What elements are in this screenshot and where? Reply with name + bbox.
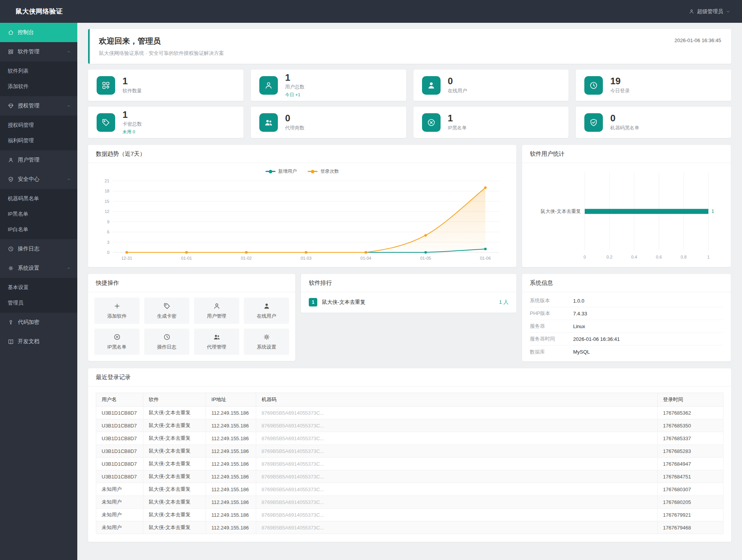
svg-text:3: 3 bbox=[107, 240, 109, 245]
table-cell: 8769B5B5A6914055373C... bbox=[256, 496, 657, 509]
svg-text:0.2: 0.2 bbox=[606, 255, 612, 259]
table-cell: 未知用户 bbox=[96, 521, 143, 534]
tag-icon bbox=[101, 118, 111, 127]
sidebar-item[interactable]: 用户管理 bbox=[0, 150, 77, 170]
system-info-label: 数据库 bbox=[530, 349, 573, 356]
sidebar-item-label: 授权管理 bbox=[18, 102, 39, 109]
sidebar-item-label: 控制台 bbox=[18, 29, 34, 36]
svg-text:1: 1 bbox=[711, 209, 714, 214]
table-cell: 112.249.155.186 bbox=[206, 521, 256, 534]
gear-icon bbox=[8, 265, 14, 271]
table-cell: 8769B5B5A6914055373C... bbox=[256, 470, 657, 483]
sidebar-subitem[interactable]: IP黑名单 bbox=[0, 206, 77, 222]
legend-item[interactable]: 登录次数 bbox=[308, 168, 339, 175]
system-info-row: 数据库MySQL bbox=[530, 346, 723, 358]
stat-value: 0 bbox=[610, 113, 639, 123]
sidebar-subitem[interactable]: 软件列表 bbox=[0, 63, 77, 79]
table-cell: 8769B5B5A6914055373C... bbox=[256, 521, 657, 534]
stat-value: 1 bbox=[123, 76, 142, 86]
welcome-title: 欢迎回来，管理员 bbox=[99, 36, 224, 46]
ranking-item: 1鼠大侠-文本去重复1 人 bbox=[301, 292, 516, 313]
sidebar-subitem[interactable]: IP白名单 bbox=[0, 222, 77, 237]
system-info-row: 系统版本1.0.0 bbox=[530, 294, 723, 307]
quick-action-tile[interactable]: 在线用户 bbox=[244, 298, 289, 324]
sidebar-item-label: 开发文档 bbox=[18, 338, 39, 345]
svg-text:9: 9 bbox=[107, 220, 109, 224]
stat-icon-box bbox=[259, 113, 278, 132]
quick-action-tile[interactable]: 添加软件 bbox=[94, 298, 140, 324]
gem-icon bbox=[8, 103, 14, 109]
sidebar-item[interactable]: 操作日志 bbox=[0, 239, 77, 259]
system-info-row: 服务器Linux bbox=[530, 320, 723, 333]
stat-icon-box bbox=[97, 113, 115, 132]
system-info-label: 服务器 bbox=[530, 323, 573, 330]
sidebar-subitem[interactable]: 授权码管理 bbox=[0, 117, 77, 133]
table-cell: 1767685362 bbox=[657, 407, 723, 419]
user-icon bbox=[264, 81, 273, 90]
trend-line-chart: 新增用户登录次数03691215182112-3101-0101-0201-03… bbox=[88, 163, 516, 265]
table-row: U3B1D1CB8D7鼠大侠-文本去重复112.249.155.1868769B… bbox=[96, 458, 723, 470]
stat-value: 1 bbox=[123, 110, 142, 119]
svg-text:15: 15 bbox=[105, 199, 109, 204]
stat-label: IP黑名单 bbox=[448, 125, 467, 131]
sidebar-item[interactable]: 控制台 bbox=[0, 23, 77, 42]
sidebar-item[interactable]: 代码加密 bbox=[0, 313, 77, 332]
sidebar-subitem[interactable]: 管理员 bbox=[0, 295, 77, 311]
table-header-cell: 软件 bbox=[143, 393, 206, 407]
sidebar-item[interactable]: 软件管理 bbox=[0, 42, 77, 61]
svg-text:12: 12 bbox=[105, 209, 109, 214]
middle-row: 快捷操作 添加软件生成卡密用户管理在线用户IP黑名单操作日志代理管理系统设置 软… bbox=[88, 274, 731, 361]
user-menu[interactable]: 超级管理员 bbox=[689, 8, 731, 15]
ban-icon bbox=[113, 333, 121, 341]
welcome-banner: 欢迎回来，管理员 鼠大侠网络验证系统 · 安全可靠的软件授权验证解决方案 202… bbox=[88, 29, 731, 64]
sidebar-subitem[interactable]: 福利码管理 bbox=[0, 133, 77, 148]
quick-action-tile[interactable]: 操作日志 bbox=[144, 329, 189, 355]
stat-card: 0在线用户 bbox=[414, 70, 569, 101]
system-info-label: PHP版本 bbox=[530, 310, 573, 317]
quick-action-tile[interactable]: 用户管理 bbox=[194, 298, 239, 324]
rank-user-count: 1 人 bbox=[499, 299, 509, 306]
stat-label: 用户总数 bbox=[285, 84, 305, 90]
svg-text:01-01: 01-01 bbox=[181, 256, 192, 260]
system-info-rows: 系统版本1.0.0PHP版本7.4.33服务器Linux服务器时间2026-01… bbox=[522, 292, 731, 361]
sidebar-subitem[interactable]: 基本设置 bbox=[0, 280, 77, 295]
user-name: 超级管理员 bbox=[697, 8, 723, 15]
sidebar-subitem[interactable]: 添加软件 bbox=[0, 79, 77, 94]
table-cell: U3B1D1CB8D7 bbox=[96, 407, 143, 419]
book-icon bbox=[8, 339, 14, 345]
table-cell: 112.249.155.186 bbox=[206, 458, 256, 470]
sidebar-item[interactable]: 开发文档 bbox=[0, 332, 77, 351]
system-info-value: MySQL bbox=[573, 349, 590, 355]
users-icon bbox=[213, 333, 221, 341]
system-info-row: PHP版本7.4.33 bbox=[530, 307, 723, 320]
table-row: 未知用户鼠大侠-文本去重复112.249.155.1868769B5B5A691… bbox=[96, 483, 723, 496]
svg-text:1: 1 bbox=[707, 255, 710, 259]
sidebar-item[interactable]: 授权管理 bbox=[0, 96, 77, 116]
stat-card: 1软件数量 bbox=[88, 70, 243, 101]
sidebar-item[interactable]: 系统设置 bbox=[0, 259, 77, 278]
svg-text:0: 0 bbox=[107, 250, 109, 255]
main-content: 欢迎回来，管理员 鼠大侠网络验证系统 · 安全可靠的软件授权验证解决方案 202… bbox=[77, 23, 742, 553]
welcome-subtitle: 鼠大侠网络验证系统 · 安全可靠的软件授权验证解决方案 bbox=[99, 50, 224, 57]
software-users-chart-title: 软件用户统计 bbox=[522, 145, 731, 163]
chevron-up-icon bbox=[66, 104, 71, 108]
sidebar-subitem[interactable]: 机器码黑名单 bbox=[0, 191, 77, 206]
sidebar-item[interactable]: 安全中心 bbox=[0, 170, 77, 189]
quick-action-tile[interactable]: IP黑名单 bbox=[94, 329, 140, 355]
stat-card: 19今日登录 bbox=[576, 70, 731, 101]
table-cell: 1767684947 bbox=[657, 458, 723, 470]
table-cell: 1767685337 bbox=[657, 432, 723, 445]
legend-item[interactable]: 新增用户 bbox=[265, 168, 297, 175]
stat-value: 1 bbox=[448, 113, 467, 123]
stat-icon-box bbox=[422, 76, 441, 95]
table-header-row: 用户名软件IP地址机器码登录时间 bbox=[96, 393, 723, 407]
quick-action-tile[interactable]: 生成卡密 bbox=[144, 298, 189, 324]
quick-action-tile[interactable]: 系统设置 bbox=[244, 329, 289, 355]
table-cell: 1767684751 bbox=[657, 470, 723, 483]
quick-action-tile[interactable]: 代理管理 bbox=[194, 329, 239, 355]
table-row: 未知用户鼠大侠-文本去重复112.249.155.1868769B5B5A691… bbox=[96, 509, 723, 521]
table-cell: 112.249.155.186 bbox=[206, 419, 256, 432]
table-cell: 鼠大侠-文本去重复 bbox=[143, 521, 206, 534]
sidebar-item-label: 系统设置 bbox=[18, 265, 39, 272]
trend-chart-title: 数据趋势（近7天） bbox=[88, 145, 516, 163]
